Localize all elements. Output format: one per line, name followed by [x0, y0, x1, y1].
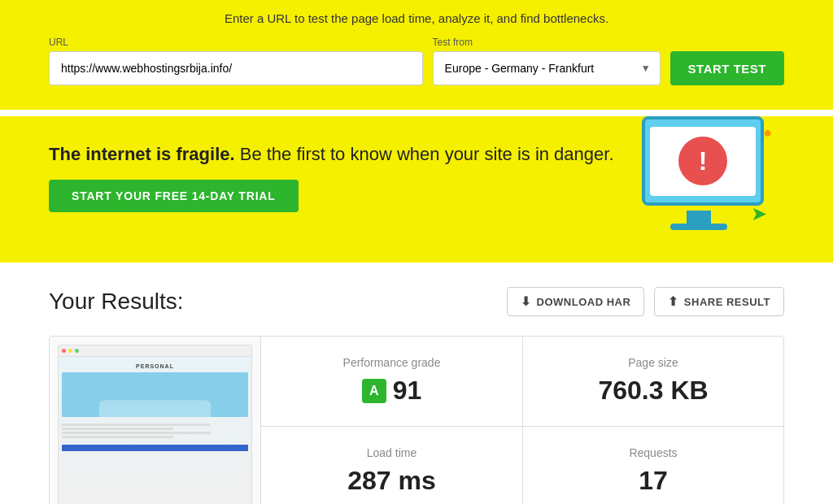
- mini-hero-inner: [62, 372, 248, 417]
- load-time-value: 287 ms: [347, 466, 436, 496]
- results-actions: ⬇ DOWNLOAD HAR ⬆ SHARE RESULT: [507, 287, 784, 316]
- url-field-group: URL: [49, 37, 423, 85]
- performance-grade-cell: Performance grade A 91: [261, 337, 522, 427]
- mini-line-1: [62, 424, 211, 426]
- load-time-cell: Load time 287 ms: [261, 427, 522, 505]
- load-time-label: Load time: [367, 446, 416, 459]
- test-from-label: Test from: [433, 37, 661, 48]
- site-screenshot: PERSONAL: [58, 345, 252, 504]
- mini-text-lines: [62, 420, 248, 441]
- performance-grade-label: Performance grade: [343, 356, 441, 369]
- screenshot-cell: PERSONAL: [50, 337, 261, 504]
- top-section: Enter a URL to test the page load time, …: [0, 0, 833, 110]
- mini-dot-yellow: [68, 349, 72, 353]
- test-from-field-group: Test from Europe - Germany - Frankfurt U…: [433, 37, 661, 85]
- download-icon: ⬇: [521, 294, 532, 309]
- share-result-label: SHARE RESULT: [684, 296, 770, 308]
- requests-value: 17: [639, 466, 668, 496]
- mini-site-title: PERSONAL: [62, 363, 248, 369]
- requests-cell: Requests 17: [522, 427, 783, 505]
- performance-grade-value: A 91: [362, 376, 422, 406]
- performance-grade-number: 91: [393, 376, 422, 406]
- banner-left: The internet is fragile. Be the first to…: [49, 142, 621, 213]
- decoration-dots: ●: [763, 124, 772, 141]
- cursor-icon: ➤: [751, 202, 767, 225]
- share-result-button[interactable]: ⬆ SHARE RESULT: [654, 287, 784, 316]
- results-header: Your Results: ⬇ DOWNLOAD HAR ⬆ SHARE RES…: [49, 287, 784, 316]
- banner-section: The internet is fragile. Be the first to…: [0, 116, 833, 263]
- download-har-label: DOWNLOAD HAR: [537, 296, 631, 308]
- monitor-screen: !: [650, 127, 756, 196]
- mini-dot-green: [75, 349, 79, 353]
- banner-text: The internet is fragile. Be the first to…: [49, 142, 621, 167]
- alert-icon: !: [678, 137, 727, 185]
- banner-regular-text: Be the first to know when your site is i…: [235, 144, 614, 164]
- share-icon: ⬆: [668, 294, 679, 309]
- mini-line-4: [62, 436, 173, 438]
- mini-line-3: [62, 432, 211, 434]
- banner-illustration: ! ➤ ●: [621, 116, 784, 238]
- page-size-cell: Page size 760.3 KB: [522, 337, 783, 427]
- page-size-label: Page size: [628, 356, 678, 369]
- url-label: URL: [49, 37, 423, 48]
- monitor-illustration: ! ➤ ●: [634, 116, 772, 238]
- monitor-stand: [687, 211, 711, 224]
- grade-badge: A: [362, 379, 386, 403]
- download-har-button[interactable]: ⬇ DOWNLOAD HAR: [507, 287, 644, 316]
- mini-line-2: [62, 428, 173, 430]
- mini-nav: [59, 345, 251, 357]
- mini-dot-red: [62, 349, 66, 353]
- mini-footer-bar: [62, 445, 248, 451]
- banner-bold-text: The internet is fragile.: [49, 144, 235, 164]
- results-title: Your Results:: [49, 289, 184, 315]
- mini-hero-image: [62, 372, 248, 417]
- search-form: URL Test from Europe - Germany - Frankfu…: [49, 37, 784, 85]
- mini-body: PERSONAL: [59, 357, 251, 454]
- monitor-base: [670, 224, 727, 230]
- start-test-button[interactable]: START TEST: [670, 51, 784, 85]
- test-from-select-wrapper: Europe - Germany - Frankfurt USA - East …: [433, 51, 661, 85]
- page-size-value: 760.3 KB: [598, 376, 708, 406]
- trial-button[interactable]: START YOUR FREE 14-DAY TRIAL: [49, 180, 299, 212]
- results-section: Your Results: ⬇ DOWNLOAD HAR ⬆ SHARE RES…: [0, 263, 833, 504]
- test-from-select[interactable]: Europe - Germany - Frankfurt USA - East …: [433, 51, 661, 85]
- hint-text: Enter a URL to test the page load time, …: [49, 8, 784, 37]
- url-input[interactable]: [49, 51, 423, 85]
- results-grid: PERSONAL Performance grade: [49, 336, 784, 504]
- monitor-body: !: [642, 116, 764, 206]
- requests-label: Requests: [629, 446, 677, 459]
